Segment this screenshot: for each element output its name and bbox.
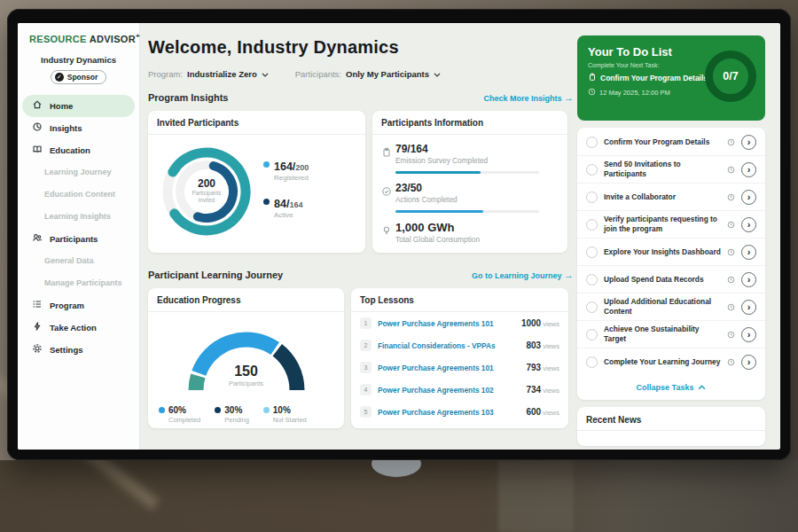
sidebar-item-general-data[interactable]: General Data (22, 250, 135, 272)
participants-dropdown[interactable]: Participants: Only My Participants (295, 69, 441, 79)
task-checkbox[interactable] (586, 219, 598, 231)
lesson-link[interactable]: Power Purchase Agreements 101 (378, 319, 515, 328)
insights-icon (32, 121, 43, 134)
task-checkbox[interactable] (586, 274, 598, 286)
sidebar-item-home[interactable]: Home (22, 95, 135, 117)
task-chevron-button[interactable]: › (741, 327, 756, 342)
learning-journey-cards: Education Progress 150 Participants 60% … (148, 288, 574, 428)
info-value: 23/50 (395, 182, 539, 194)
sidebar-item-label: Insights (50, 123, 82, 133)
info-label: Actions Completed (395, 195, 539, 204)
task-chevron-button[interactable]: › (741, 272, 756, 287)
task-row[interactable]: Upload Additional Educational Content › (577, 293, 765, 321)
lesson-row[interactable]: 3 Power Purchase Agreements 101 793 view… (351, 356, 568, 379)
invited-legend: 164/200 Registered 84/164 Active (263, 158, 309, 241)
program-dropdown[interactable]: Program: Industrialize Zero (148, 69, 269, 79)
education-book-icon (32, 144, 43, 156)
participants-icon (32, 232, 43, 245)
task-row[interactable]: Achieve One Sustainability Target › (577, 321, 765, 348)
clock-icon (727, 193, 735, 201)
main-content: Welcome, Industry Dynamics Program: Indu… (148, 23, 574, 450)
task-checkbox[interactable] (586, 192, 598, 203)
sidebar-item-education[interactable]: Education (22, 139, 135, 161)
task-row[interactable]: Upload Spend Data Records › (577, 266, 765, 293)
lightbulb-icon (381, 221, 395, 244)
legend-not-started: 10% Not Started (263, 405, 307, 424)
sidebar-item-label: General Data (44, 256, 94, 265)
task-chevron-button[interactable]: › (741, 355, 756, 370)
task-checkbox[interactable] (586, 329, 598, 340)
task-checkbox[interactable] (586, 301, 598, 313)
task-chevron-button[interactable]: › (741, 300, 756, 315)
collapse-tasks-link[interactable]: Collapse Tasks (577, 376, 765, 400)
task-chevron-button[interactable]: › (741, 245, 756, 260)
dashboard-screen: RESOURCE ADVISOR+ Industry Dynamics ✓ Sp… (18, 23, 780, 450)
lesson-row[interactable]: 2 Financial Considerations - VPPAs 803 v… (351, 334, 568, 356)
task-chevron-button[interactable]: › (741, 135, 756, 150)
lesson-rank: 4 (360, 384, 372, 395)
task-row[interactable]: Invite a Collaborator › (577, 184, 765, 211)
sidebar-item-education-content[interactable]: Education Content (22, 184, 135, 206)
sidebar-item-label: Take Action (50, 323, 97, 332)
todo-progress-value: 0/7 (723, 70, 738, 82)
lesson-link[interactable]: Power Purchase Agreements 102 (378, 386, 520, 395)
task-row[interactable]: Complete Your Learning Journey › (577, 348, 765, 376)
lesson-link[interactable]: Power Purchase Agreements 101 (378, 364, 520, 372)
lesson-row[interactable]: 5 Power Purchase Agreements 103 600 view… (351, 401, 568, 423)
task-chevron-button[interactable]: › (741, 190, 756, 205)
clock-icon (727, 138, 735, 146)
lesson-rank: 5 (360, 406, 372, 418)
progress-track (395, 210, 539, 213)
task-row[interactable]: Send 50 Invitations to Participants › (577, 156, 765, 184)
task-row[interactable]: Confirm Your Program Details › (577, 129, 765, 156)
legend-dot (159, 407, 165, 413)
participants-label: Participants: (295, 69, 341, 79)
chevron-up-icon (698, 383, 706, 392)
sidebar-item-learning-journey[interactable]: Learning Journey (22, 161, 135, 184)
task-chevron-button[interactable]: › (741, 217, 756, 232)
card-title: Education Progress (148, 288, 344, 312)
check-more-insights-link[interactable]: Check More Insights → (483, 92, 574, 103)
task-checkbox[interactable] (586, 246, 598, 258)
logo-text-resource: RESOURCE (29, 34, 87, 44)
arrow-right-icon: → (564, 92, 574, 103)
recent-news-card: Recent News (577, 407, 765, 446)
page-title: Welcome, Industry Dynamics (148, 37, 574, 58)
lesson-row[interactable]: 1 Power Purchase Agreements 101 1000 vie… (351, 312, 568, 334)
task-row[interactable]: Explore Your Insights Dashboard › (577, 239, 765, 266)
sidebar-item-insights[interactable]: Insights (22, 117, 135, 139)
sidebar-item-label: Program (50, 301, 84, 310)
clock-icon (727, 248, 735, 256)
gauge-center-label: Participants (180, 379, 313, 387)
sidebar-nav: Home Insights Education Learning Journey… (18, 95, 139, 361)
program-insights-cards: Invited Participants 200 (148, 111, 574, 270)
lesson-row[interactable]: 4 Power Purchase Agreements 102 734 view… (351, 379, 568, 401)
task-checkbox[interactable] (586, 137, 598, 148)
logo-plus: + (136, 32, 140, 40)
program-insights-header: Program Insights Check More Insights → (148, 92, 574, 103)
logo-text-advisor: ADVISOR (90, 34, 136, 44)
progress-track (395, 171, 539, 174)
sidebar-item-program[interactable]: Program (22, 294, 135, 317)
sidebar-item-settings[interactable]: Settings (22, 339, 135, 361)
sidebar-item-take-action[interactable]: Take Action (22, 317, 135, 339)
clipboard-icon (381, 143, 395, 174)
info-value: 79/164 (395, 143, 539, 155)
sidebar-item-manage-participants[interactable]: Manage Participants (22, 272, 135, 294)
clock-icon (727, 276, 735, 284)
org-name: Industry Dynamics (18, 55, 139, 65)
sidebar-item-learning-insights[interactable]: Learning Insights (22, 206, 135, 228)
go-to-learning-journey-link[interactable]: Go to Learning Journey → (472, 270, 574, 280)
sidebar-item-label: Participants (50, 234, 98, 244)
task-checkbox[interactable] (586, 164, 598, 176)
lesson-link[interactable]: Power Purchase Agreements 103 (378, 408, 520, 417)
task-chevron-button[interactable]: › (741, 162, 756, 177)
task-checkbox[interactable] (586, 356, 598, 368)
sidebar-item-participants[interactable]: Participants (22, 228, 135, 250)
task-row[interactable]: Verify participants requesting to join t… (577, 211, 765, 239)
sponsor-badge[interactable]: ✓ Sponsor (51, 70, 106, 84)
lesson-link[interactable]: Financial Considerations - VPPAs (378, 341, 520, 350)
program-list-icon (32, 299, 43, 311)
progress-fill (395, 210, 483, 213)
sponsor-icon: ✓ (55, 73, 64, 82)
